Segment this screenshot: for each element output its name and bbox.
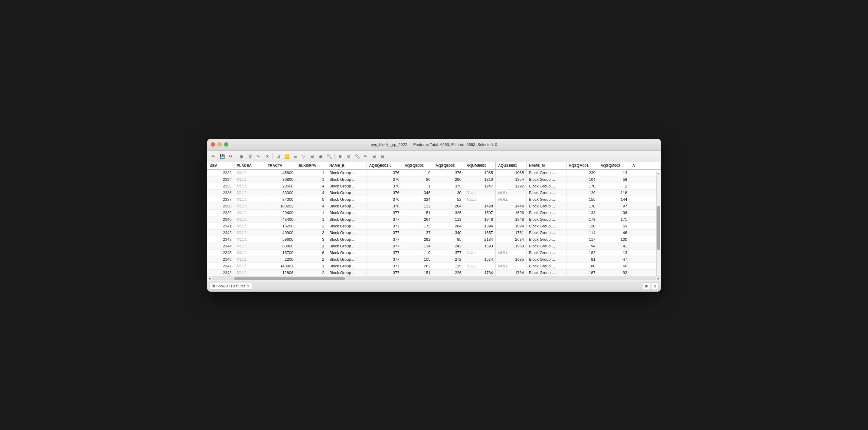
cell-aqsqm002: 13 bbox=[598, 169, 630, 176]
cell-name_e: Block Group ... bbox=[327, 176, 367, 182]
col-header-aqsqm002[interactable]: AQSQM002 bbox=[598, 162, 630, 169]
col-header-aqsqe002[interactable]: AQSQE002 bbox=[402, 162, 433, 169]
toolbar: ✏ 💾 ↻ ⊞ 🗑 ✂ ⎘ ⊡ 🟨 ▤ ▽ ⊞ ▦ 🔍 ⊕ ⊙ 📎 ✏ ⊞ ⊟ bbox=[207, 151, 661, 162]
col-header-a[interactable]: A bbox=[630, 162, 660, 169]
cell-name_m: Block Group ... bbox=[527, 223, 566, 229]
col-header-uba[interactable]: UBA bbox=[207, 162, 234, 169]
cell-name_e: Block Group ... bbox=[327, 249, 367, 256]
table-row[interactable]: 2338NULL1032024Block Group ...3761122641… bbox=[207, 203, 661, 209]
select-features-icon[interactable]: ▤ bbox=[291, 152, 299, 160]
table-row[interactable]: 2337NULL840005Block Group ...37632452NUL… bbox=[207, 196, 661, 203]
table-row[interactable]: 2344NULL638001Block Group ...37713424316… bbox=[207, 242, 661, 249]
col-header-tracta[interactable]: TRACTA bbox=[265, 162, 296, 169]
col-header-aqsqm001[interactable]: AQSQM001 bbox=[566, 162, 598, 169]
filter-icon[interactable]: ▽ bbox=[300, 152, 308, 160]
col-header-aqume001[interactable]: AQUME001 bbox=[464, 162, 495, 169]
cell-aqsqe001: 376 bbox=[367, 196, 402, 203]
cell-aqsqe003: 296 bbox=[433, 176, 464, 182]
color-icon[interactable]: 🟨 bbox=[283, 152, 291, 160]
cell-name_m: Block Group ... bbox=[527, 196, 566, 203]
col-header-blkgrpa[interactable]: BLKGRPA bbox=[296, 162, 327, 169]
cell-tracta: 84000 bbox=[265, 196, 296, 203]
map-icon[interactable]: ⊞ bbox=[308, 152, 316, 160]
save-icon[interactable]: 💾 bbox=[218, 152, 226, 160]
table-scroll-area[interactable]: UBA PLACEA TRACTA BLKGRPA NAME_E AQSQE00… bbox=[207, 162, 661, 276]
delete-rows-icon[interactable]: 🗑 bbox=[246, 152, 254, 160]
table-row[interactable]: 2346NULL22002Block Group ...377105272157… bbox=[207, 256, 661, 262]
horizontal-scrollbar[interactable]: ◀ ▶ bbox=[207, 276, 661, 281]
search-icon[interactable]: 🔍 bbox=[325, 152, 333, 160]
expand-icon[interactable]: ⊟ bbox=[379, 152, 386, 160]
cell-aquse001: 1354 bbox=[496, 176, 527, 182]
table-row[interactable]: 2345NULL157006Block Group ...3770377NULL… bbox=[207, 249, 661, 256]
edit2-icon[interactable]: ✏ bbox=[362, 152, 370, 160]
table-row[interactable]: 2348NULL128062Block Group ...37715122617… bbox=[207, 269, 661, 276]
scroll-thumb-horizontal[interactable] bbox=[234, 277, 345, 280]
cell-rownum: 2333 bbox=[207, 169, 234, 176]
cut-icon[interactable]: ✂ bbox=[255, 152, 262, 160]
cell-blkgrpa: 1 bbox=[296, 216, 327, 223]
show-all-features-button[interactable]: ⊞ Show All Features ▼ bbox=[210, 283, 252, 289]
col-header-placea[interactable]: PLACEA bbox=[234, 162, 265, 169]
duplicate-icon[interactable]: ⊞ bbox=[238, 152, 246, 160]
attribute-table: UBA PLACEA TRACTA BLKGRPA NAME_E AQSQE00… bbox=[207, 162, 661, 276]
pan-icon[interactable]: ⊕ bbox=[336, 152, 344, 160]
close-button[interactable] bbox=[211, 142, 215, 147]
table-row[interactable]: 2347NULL1409011Block Group ...377262115N… bbox=[207, 262, 661, 269]
table-row[interactable]: 2343NULL596003Block Group ...37729285213… bbox=[207, 236, 661, 242]
cell-aqsqm001: 170 bbox=[566, 182, 598, 189]
cell-tracta: 15700 bbox=[265, 249, 296, 256]
cell-aqsqm002: 100 bbox=[598, 236, 630, 242]
scroll-up-icon[interactable]: ▲ bbox=[657, 171, 661, 176]
separator-2 bbox=[273, 153, 273, 159]
cell-name_e: Block Group ... bbox=[327, 209, 367, 216]
table-row[interactable]: 2341NULL152002Block Group ...37717320418… bbox=[207, 223, 661, 229]
table-row[interactable]: 2334NULL868001Block Group ...37680296131… bbox=[207, 176, 661, 182]
table-row[interactable]: 2333NULL458001Block Group ...37603761065… bbox=[207, 169, 661, 176]
cell-aqsqm001: 133 bbox=[566, 209, 598, 216]
stats-icon[interactable]: ▦ bbox=[317, 152, 324, 160]
cell-aquse001: 1958 bbox=[496, 242, 527, 249]
cell-aqume001: 1428 bbox=[464, 203, 495, 209]
col-header-aqsqe001[interactable]: AQSQE001 bbox=[367, 162, 402, 169]
minimize-button[interactable] bbox=[217, 142, 222, 147]
copy-icon[interactable]: ⎘ bbox=[263, 152, 271, 160]
footer-icon-1[interactable]: ⊞ bbox=[643, 283, 650, 290]
cell-blkgrpa: 4 bbox=[296, 182, 327, 189]
table-row[interactable]: 2342NULL409003Block Group ...37737340165… bbox=[207, 229, 661, 236]
maximize-button[interactable] bbox=[224, 142, 228, 147]
vertical-scrollbar[interactable]: ▲ ▼ bbox=[656, 171, 661, 276]
cell-name_m: Block Group ... bbox=[527, 189, 566, 196]
scroll-thumb-vertical[interactable] bbox=[657, 206, 660, 250]
cell-aqsqm002: 41 bbox=[598, 242, 630, 249]
footer-icon-2[interactable]: ⊟ bbox=[651, 283, 658, 290]
table-row[interactable]: 2335NULL285004Block Group ...37613751247… bbox=[207, 182, 661, 189]
scroll-track-vertical[interactable] bbox=[657, 176, 661, 276]
cell-aqsqm002: 171 bbox=[598, 216, 630, 223]
cell-name_m: Block Group ... bbox=[527, 262, 566, 269]
scroll-left-icon[interactable]: ◀ bbox=[208, 277, 211, 280]
edit-icon[interactable]: ✏ bbox=[210, 152, 217, 160]
col-header-name_m[interactable]: NAME_M bbox=[527, 162, 566, 169]
scroll-right-icon[interactable]: ▶ bbox=[657, 277, 660, 280]
zoom-icon[interactable]: ⊙ bbox=[345, 152, 353, 160]
table-row[interactable]: 2340NULL434001Block Group ...37726411319… bbox=[207, 216, 661, 223]
cell-aqsqe002: 264 bbox=[402, 216, 433, 223]
cell-placea: NULL bbox=[234, 223, 265, 229]
col-header-name_e[interactable]: NAME_E bbox=[327, 162, 367, 169]
col-header-aquse001[interactable]: AQUSE001 bbox=[496, 162, 527, 169]
cell-aqsqm001: 180 bbox=[566, 262, 598, 269]
traffic-lights bbox=[211, 142, 228, 147]
grid-icon[interactable]: ⊞ bbox=[370, 152, 378, 160]
reload-icon[interactable]: ↻ bbox=[226, 152, 235, 160]
table-row[interactable]: 2336NULL330004Block Group ...37634630NUL… bbox=[207, 189, 661, 196]
col-header-aqsqe003[interactable]: AQSQE003 bbox=[433, 162, 464, 169]
main-window: nyc_block_grp_2022 — Features Total: 659… bbox=[207, 139, 661, 292]
table-row[interactable]: 2339NULL204001Block Group ...37751326150… bbox=[207, 209, 661, 216]
scroll-track-horizontal[interactable] bbox=[212, 277, 656, 280]
cell-aqsqe003: 30 bbox=[433, 189, 464, 196]
cell-aqsqe001: 377 bbox=[367, 209, 402, 216]
attach-icon[interactable]: 📎 bbox=[353, 152, 361, 160]
table-icon[interactable]: ⊡ bbox=[274, 152, 282, 160]
cell-name_e: Block Group ... bbox=[327, 203, 367, 209]
